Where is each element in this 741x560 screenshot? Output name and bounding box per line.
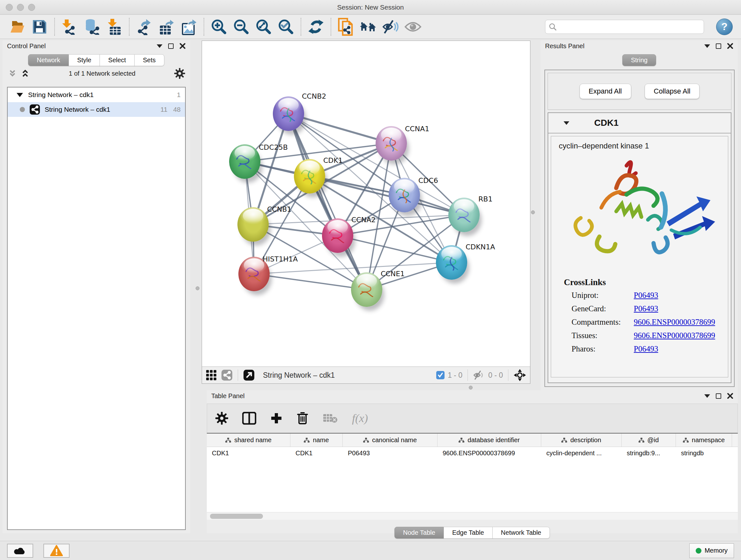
columns-icon (242, 412, 256, 425)
node-CCNA1[interactable] (376, 126, 407, 161)
import-network-file-button[interactable] (61, 18, 78, 36)
import-table-button[interactable] (105, 18, 123, 36)
network-row[interactable]: String Network – cdk1 11 48 (8, 102, 185, 117)
gear-icon[interactable] (174, 68, 185, 79)
crosslink-link[interactable]: P06493 (634, 345, 658, 353)
crosslink-link[interactable]: P06493 (634, 291, 658, 300)
add-column-button[interactable] (270, 412, 282, 424)
right-divider-handle[interactable] (531, 210, 535, 214)
export-image-button[interactable] (180, 18, 198, 36)
edge-CCNA2-CDKN1A[interactable] (338, 236, 452, 262)
zoom-out-button[interactable] (232, 18, 250, 36)
plus-icon (270, 412, 282, 424)
column-header--id[interactable]: @id (622, 434, 676, 447)
panel-close-icon[interactable] (727, 393, 733, 399)
panel-menu-icon[interactable] (704, 44, 710, 48)
column-header-database-identifier[interactable]: database identifier (437, 434, 541, 447)
node-CCNB2[interactable] (273, 97, 304, 131)
export-table-button[interactable] (158, 18, 176, 36)
hidden-eye-slash-icon (473, 370, 485, 380)
eye-icon (404, 20, 422, 33)
node-RB1[interactable] (448, 198, 480, 232)
column-header-description[interactable]: description (541, 434, 622, 447)
zoom-out-icon (233, 18, 250, 35)
delete-column-button[interactable] (296, 412, 309, 425)
node-CDC6[interactable] (389, 178, 420, 212)
selected-count-label: 1 - 0 (448, 371, 462, 380)
column-header-canonical-name[interactable]: canonical name (343, 434, 437, 447)
left-divider-handle[interactable] (196, 287, 199, 290)
navigator-button[interactable] (514, 369, 526, 381)
panel-float-icon[interactable] (168, 44, 174, 49)
tree-expand-icon[interactable] (17, 93, 23, 97)
open-session-button[interactable] (8, 18, 26, 36)
warning-status-button[interactable] (44, 544, 70, 558)
search-box (545, 20, 704, 34)
birdseye-toggle-button[interactable] (243, 369, 255, 381)
selected-nodes-checkbox[interactable] (436, 371, 445, 379)
panel-close-icon[interactable] (727, 43, 733, 49)
collapse-all-tree-icon[interactable] (20, 69, 30, 78)
tab-node-table[interactable]: Node Table (394, 527, 444, 539)
zoom-selected-button[interactable] (277, 18, 295, 36)
panel-close-icon[interactable] (179, 43, 186, 49)
zoom-fit-button[interactable] (255, 18, 273, 36)
tab-sets[interactable]: Sets (134, 54, 164, 66)
network-collection-row[interactable]: String Network – cdk1 1 (8, 87, 185, 102)
grid-view-button[interactable] (206, 370, 217, 381)
table-cell: stringdb (676, 447, 732, 460)
hscroll-thumb[interactable] (210, 514, 263, 519)
export-network-button[interactable] (135, 18, 153, 36)
panel-menu-icon[interactable] (157, 44, 162, 48)
zoom-in-button[interactable] (210, 18, 228, 36)
node-CDKN1A[interactable] (436, 245, 467, 280)
eye-button[interactable] (404, 18, 422, 36)
network-canvas[interactable]: CCNB2CCNA1CDC25BCDK1CDC6RB1CCNB1CCNA2CDK… (202, 41, 530, 367)
expand-all-button[interactable]: Expand All (580, 84, 631, 99)
tab-network-table[interactable]: Network Table (492, 527, 550, 539)
node-CCNA2[interactable] (322, 219, 353, 253)
memory-button[interactable]: Memory (689, 543, 734, 558)
table-row[interactable]: CDK1CDK1P064939606.ENSP00000378699cyclin… (207, 447, 738, 460)
refresh-button[interactable] (307, 18, 325, 36)
node-CDC25B[interactable] (229, 144, 260, 179)
edge-HIST1H1A-CCNE1[interactable] (254, 274, 367, 290)
column-header-namespace[interactable]: namespace (676, 434, 732, 447)
tab-style[interactable]: Style (69, 54, 100, 66)
save-session-button[interactable] (30, 18, 49, 36)
show-hide-graphics-button[interactable] (382, 18, 400, 36)
tab-select[interactable]: Select (99, 54, 135, 66)
tab-network[interactable]: Network (28, 54, 69, 66)
node-gloss (327, 220, 348, 234)
crosslink-link[interactable]: 9606.ENSP00000378699 (634, 331, 715, 340)
panel-menu-icon[interactable] (704, 394, 710, 398)
zoom-selected-icon (278, 18, 294, 35)
show-columns-button[interactable] (242, 412, 256, 425)
collapse-section-icon[interactable] (563, 121, 569, 125)
panel-float-icon[interactable] (716, 44, 721, 49)
collapse-all-button[interactable]: Collapse All (645, 84, 700, 99)
import-network-database-button[interactable] (83, 18, 101, 36)
string-view-button[interactable] (221, 369, 232, 381)
help-button[interactable]: ? (716, 18, 733, 35)
column-header-name[interactable]: name (290, 434, 343, 447)
node-CDK1[interactable] (294, 159, 325, 193)
expand-all-tree-icon[interactable] (8, 69, 17, 78)
table-settings-button[interactable] (215, 412, 228, 425)
clone-network-button[interactable] (337, 18, 355, 36)
cloud-status-button[interactable] (7, 544, 33, 558)
node-CCNB1[interactable] (238, 207, 269, 242)
crosslink-link[interactable]: P06493 (634, 304, 658, 313)
column-header-shared-name[interactable]: shared name (207, 434, 290, 447)
home-button[interactable] (359, 18, 377, 36)
tab-edge-table[interactable]: Edge Table (444, 527, 493, 539)
edge-CCNB2-CCNE1[interactable] (288, 114, 367, 290)
protein-section-header[interactable]: CDK1 (548, 113, 731, 133)
panel-float-icon[interactable] (716, 393, 721, 399)
tab-string[interactable]: String (622, 54, 656, 66)
zoom-fit-icon (255, 18, 272, 35)
node-CCNE1[interactable] (351, 272, 382, 307)
horizontal-divider-handle[interactable] (469, 386, 473, 389)
search-input[interactable] (557, 23, 700, 30)
crosslink-link[interactable]: 9606.ENSP00000378699 (634, 318, 715, 326)
